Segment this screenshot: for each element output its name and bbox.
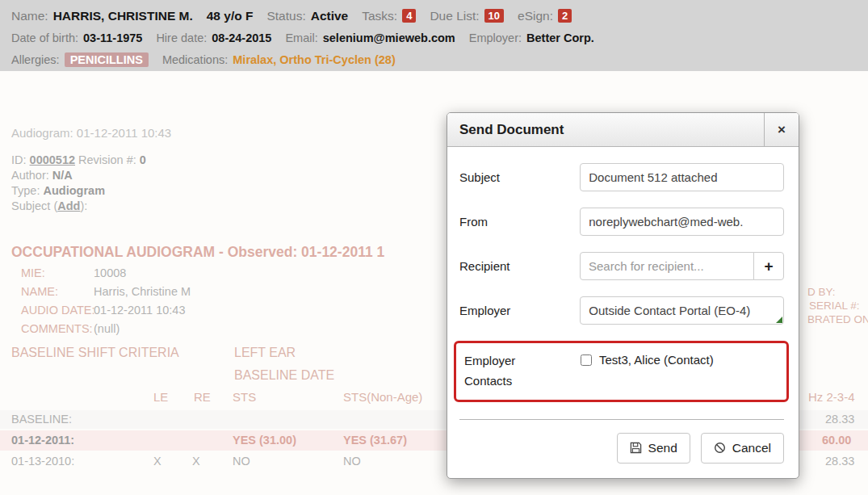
close-icon: × — [778, 122, 786, 138]
tasks-indicator[interactable]: Tasks: 4 — [362, 9, 416, 23]
due-list-count-badge[interactable]: 10 — [484, 9, 504, 23]
send-button-label: Send — [648, 441, 677, 455]
annotation-highlight-box: Employer Contacts Test3, Alice (Contact) — [454, 341, 789, 402]
medications: Medications: Miralax, Ortho Tri-Cyclen (… — [162, 53, 396, 66]
recipient-search-input[interactable] — [580, 252, 754, 280]
email-value: selenium@mieweb.com — [323, 31, 455, 44]
subject-field-row: Subject — [459, 163, 784, 191]
recipient-label: Recipient — [459, 259, 580, 273]
patient-email: Email: selenium@mieweb.com — [285, 31, 455, 44]
from-input[interactable] — [580, 208, 784, 236]
patient-name: Name: HARRIS, CHRISTINE M. — [11, 9, 193, 23]
from-label: From — [459, 215, 580, 229]
patient-employer: Employer: Better Corp. — [469, 31, 594, 44]
patient-status: Status: Active — [266, 9, 348, 23]
employer-select-label: Employer — [459, 304, 580, 317]
recipient-input-group: + — [580, 252, 784, 280]
email-label: Email: — [285, 31, 317, 44]
hire-date-label: Hire date: — [156, 31, 207, 44]
close-button[interactable]: × — [764, 113, 799, 146]
employer-value: Better Corp. — [526, 31, 594, 44]
status-value: Active — [311, 9, 349, 23]
patient-age-sex: 48 y/o F — [207, 9, 254, 23]
patient-header-row3: Allergies: PENICILLINS Medications: Mira… — [11, 48, 857, 70]
employer-contact-option[interactable]: Test3, Alice (Contact) — [581, 351, 714, 367]
subject-input[interactable] — [580, 163, 784, 191]
divider — [459, 419, 784, 420]
dob-label: Date of birth: — [11, 31, 78, 44]
cancel-button-label: Cancel — [732, 441, 771, 455]
status-label: Status: — [266, 9, 305, 23]
cancel-icon — [714, 442, 726, 454]
hire-date: Hire date: 08-24-2015 — [156, 31, 271, 44]
dialog-button-row: Send Cancel — [459, 433, 784, 467]
tasks-label: Tasks: — [362, 9, 397, 23]
send-document-dialog: Send Document × Subject From Recipient +… — [447, 112, 799, 479]
allergies-label: Allergies: — [11, 53, 60, 66]
cancel-button[interactable]: Cancel — [701, 433, 784, 464]
tasks-count-badge[interactable]: 4 — [402, 9, 416, 23]
hire-date-value: 08-24-2015 — [212, 31, 271, 44]
dialog-title: Send Document — [447, 113, 764, 146]
send-button[interactable]: Send — [617, 433, 690, 464]
esign-label: eSign: — [518, 9, 553, 23]
dialog-header: Send Document × — [447, 113, 799, 147]
medications-label: Medications: — [162, 53, 228, 66]
employer-select[interactable]: Outside Contact Portal (EO-4) — [580, 296, 784, 325]
employer-select-value: Outside Contact Portal (EO-4) — [589, 304, 750, 317]
patient-header: Name: HARRIS, CHRISTINE M. 48 y/o F Stat… — [0, 0, 868, 71]
esign-count-badge[interactable]: 2 — [558, 9, 572, 23]
due-list-indicator[interactable]: Due List: 10 — [430, 9, 504, 23]
employer-field-row: Employer Outside Contact Portal (EO-4) — [459, 296, 784, 325]
contact-checkbox[interactable] — [581, 354, 592, 366]
employer-contacts-label: Employer Contacts — [464, 351, 545, 392]
patient-header-row2: Date of birth: 03-11-1975 Hire date: 08-… — [11, 27, 857, 48]
dialog-body: Subject From Recipient + Employer Outsid… — [447, 147, 799, 478]
name-value: HARRIS, CHRISTINE M. — [53, 9, 193, 23]
due-list-label: Due List: — [430, 9, 479, 23]
allergies: Allergies: PENICILLINS — [11, 52, 149, 67]
medications-value[interactable]: Miralax, Ortho Tri-Cyclen (28) — [233, 53, 395, 66]
contact-checkbox-label: Test3, Alice (Contact) — [599, 353, 714, 367]
employer-contacts-row: Employer Contacts Test3, Alice (Contact) — [464, 351, 778, 392]
dob-value: 03-11-1975 — [83, 31, 142, 44]
date-of-birth: Date of birth: 03-11-1975 — [11, 31, 142, 44]
allergy-badge[interactable]: PENICILLINS — [65, 52, 149, 67]
select-expand-icon — [776, 317, 782, 323]
patient-header-row1: Name: HARRIS, CHRISTINE M. 48 y/o F Stat… — [11, 5, 857, 27]
employer-label: Employer: — [469, 31, 522, 44]
esign-indicator[interactable]: eSign: 2 — [518, 9, 572, 23]
name-label: Name: — [11, 9, 48, 23]
recipient-field-row: Recipient + — [459, 252, 784, 280]
from-field-row: From — [459, 208, 784, 236]
plus-icon: + — [764, 258, 773, 275]
subject-label: Subject — [459, 170, 580, 184]
add-recipient-button[interactable]: + — [753, 252, 784, 280]
save-icon — [630, 442, 642, 454]
